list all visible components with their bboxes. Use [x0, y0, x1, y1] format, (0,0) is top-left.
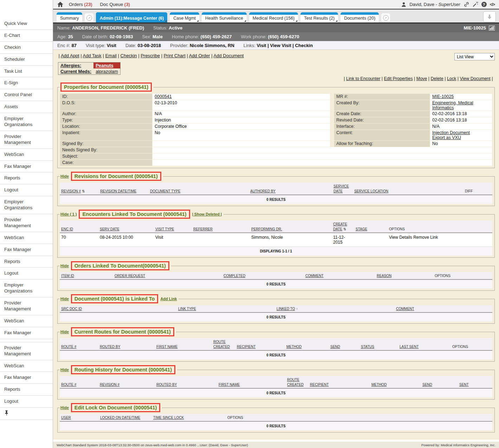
column-header-src-doc-id[interactable]: SRC DOC ID: [60, 305, 177, 312]
column-header-first-name[interactable]: FIRST NAME: [155, 338, 212, 350]
wand-icon[interactable]: [473, 2, 478, 7]
lock-link[interactable]: Lock: [447, 76, 456, 81]
code-icon[interactable]: </>: [490, 2, 495, 7]
column-header-link-type[interactable]: LINK TYPE: [177, 305, 275, 312]
add-order-link[interactable]: Add Order: [189, 53, 210, 58]
tab-case-mgmt[interactable]: Case Mgmt: [170, 12, 199, 22]
add-task-link[interactable]: Add Task: [83, 53, 102, 58]
hide-linked-to-link[interactable]: Hide: [60, 297, 69, 301]
print-chart-link[interactable]: Print Chart: [164, 53, 186, 58]
column-header-routed-by[interactable]: ROUTED BY: [98, 338, 155, 350]
column-header-send[interactable]: SEND: [421, 376, 458, 388]
column-header-reason[interactable]: REASON: [375, 272, 433, 279]
topnav-orders[interactable]: Orders (23): [69, 2, 92, 7]
tab-documents-20[interactable]: Documents (20): [341, 12, 379, 22]
column-header-stage[interactable]: STAGE: [354, 220, 388, 233]
sidebar-item-checkin[interactable]: Checkin: [0, 42, 53, 54]
hide-routing-history-link[interactable]: Hide: [60, 368, 69, 372]
0000541-link[interactable]: 0000541: [155, 94, 172, 99]
pin-sidebar-button[interactable]: [0, 408, 53, 420]
column-header-completed[interactable]: COMPLETED: [222, 272, 304, 279]
column-header-revision[interactable]: REVISION #⇅: [60, 183, 99, 195]
column-header-route[interactable]: ROUTE #: [60, 376, 98, 388]
hide-encounters-link[interactable]: Hide ( 1 ): [60, 212, 77, 216]
sort-icon[interactable]: ⇅: [343, 227, 346, 231]
column-header-revision[interactable]: REVISION #: [98, 376, 155, 388]
column-header-recipient[interactable]: RECIPIENT: [309, 376, 370, 388]
column-header-create-date[interactable]: CREATEDATE⇅: [332, 220, 354, 233]
allergies-link[interactable]: Allergies:: [60, 63, 81, 68]
column-header-route-created[interactable]: ROUTECREATED: [286, 376, 309, 388]
view-select[interactable]: List View: [454, 53, 495, 60]
tab-health-surveillance[interactable]: Health Surveillance: [202, 12, 247, 22]
column-header-serv-date[interactable]: SERV DATE: [98, 220, 154, 233]
column-header-performing-dr[interactable]: PERFORMING DR.: [250, 220, 332, 233]
column-header-time-since-lock[interactable]: TIME SINCE LOCK: [152, 414, 226, 421]
sidebar-item-assets[interactable]: Assets: [0, 101, 53, 113]
user-menu[interactable]: David, Dave - SuperUser: [409, 2, 460, 7]
column-header-revision-date-time[interactable]: REVISION DATE/TIME: [99, 183, 149, 195]
column-header-recipient[interactable]: RECIPIENT: [235, 338, 285, 350]
add-link-link[interactable]: Add Link: [160, 297, 177, 301]
column-header-service-date[interactable]: SERVICEDATE: [332, 183, 353, 195]
mie-10025-link[interactable]: MIE-10025: [432, 94, 454, 99]
tab-admin-11-message-center-6[interactable]: Admin (11):Message Center (6): [96, 12, 167, 22]
column-header-method[interactable]: METHOD: [285, 338, 329, 350]
column-header-order-request[interactable]: ORDER REQUEST: [113, 272, 222, 279]
sort-icon[interactable]: ↑: [296, 307, 298, 311]
tab-medical-record-156[interactable]: Medical Record (156): [249, 12, 298, 22]
sidebar-item-provider-management[interactable]: Provider Management: [0, 342, 53, 360]
checkin-link[interactable]: Checkin: [121, 53, 137, 58]
sidebar-item-reports[interactable]: Reports: [0, 384, 53, 396]
view-document-link[interactable]: View Document: [460, 76, 490, 81]
sidebar-item-scheduler[interactable]: Scheduler: [0, 54, 53, 66]
sidebar-item-fax-manager[interactable]: Fax Manager: [0, 244, 53, 256]
allergy-peanuts-link[interactable]: Peanuts: [96, 63, 114, 68]
column-header-linked-to[interactable]: LINKED TO↑: [275, 305, 395, 312]
column-header-routed-by[interactable]: ROUTED BY: [155, 376, 217, 388]
sidebar-item-fax-manager[interactable]: Fax Manager: [0, 327, 53, 339]
sidebar-item-provider-management[interactable]: Provider Management: [0, 297, 53, 315]
column-header-user[interactable]: USER: [60, 414, 99, 421]
sidebar-item-fax-manager[interactable]: Fax Manager: [0, 372, 53, 384]
topnav-doc-queue[interactable]: Doc Queue (3): [100, 2, 130, 7]
hide-orders-link[interactable]: Hide: [60, 264, 69, 268]
sidebar-item-logout[interactable]: Logout: [0, 396, 53, 408]
sidebar-item-quick-view[interactable]: Quick View: [0, 18, 53, 30]
column-header-comment[interactable]: COMMENT: [304, 272, 375, 279]
link-to-encounter-link[interactable]: Link to Encounter: [346, 76, 380, 81]
hide-routes-link[interactable]: Hide: [60, 330, 69, 334]
column-header-comment[interactable]: COMMENT: [395, 305, 492, 312]
tab-test-results-2[interactable]: Test Results (2): [300, 12, 338, 22]
edit-properties-link[interactable]: Edit Properties: [384, 76, 413, 81]
sidebar-item-e-chart[interactable]: E-Chart: [0, 30, 53, 42]
open-in-new-button[interactable]: ↗: [85, 13, 93, 22]
link-icon[interactable]: [464, 2, 469, 7]
column-header-enc-id[interactable]: ENC ID: [60, 220, 98, 233]
download-arrow-button[interactable]: [483, 11, 496, 22]
hide-revisions-link[interactable]: Hide: [60, 174, 69, 178]
column-header-sent[interactable]: SENT: [458, 376, 492, 388]
move-link[interactable]: Move: [416, 76, 427, 81]
column-header-last-sent[interactable]: LAST SENT: [398, 338, 451, 350]
sidebar-item-webscan[interactable]: WebScan: [0, 360, 53, 372]
sidebar-item-webscan[interactable]: WebScan: [0, 149, 53, 161]
sidebar-item-webscan[interactable]: WebScan: [0, 315, 53, 327]
sidebar-item-provider-management[interactable]: Provider Management: [0, 214, 53, 232]
column-header-status[interactable]: STATUS: [359, 338, 398, 350]
sidebar-item-employer-organizations[interactable]: Employer Organizations: [0, 113, 53, 131]
sidebar-item-webscan[interactable]: WebScan: [0, 232, 53, 244]
column-header-locked-on-date-time[interactable]: LOCKED ON DATE/TIME: [99, 414, 152, 421]
column-header-referrer[interactable]: REFERRER: [192, 220, 250, 233]
current-meds-link[interactable]: Current Meds:: [60, 69, 91, 74]
column-header-document-type[interactable]: DOCUMENT TYPE: [149, 183, 249, 195]
sidebar-item-reports[interactable]: Reports: [0, 172, 53, 184]
column-header-service-location[interactable]: SERVICE LOCATION: [353, 183, 464, 195]
column-header-route-created[interactable]: ROUTECREATED: [212, 338, 235, 350]
sidebar-item-logout[interactable]: Logout: [0, 268, 53, 279]
sidebar-item-logout[interactable]: Logout: [0, 184, 53, 196]
column-header-first-name[interactable]: FIRST NAME: [217, 376, 286, 388]
sidebar-item-control-panel[interactable]: Control Panel: [0, 89, 53, 101]
prescribe-link[interactable]: Prescribe: [141, 53, 160, 58]
sidebar-item-employer-organizations[interactable]: Employer Organizations: [0, 196, 53, 214]
